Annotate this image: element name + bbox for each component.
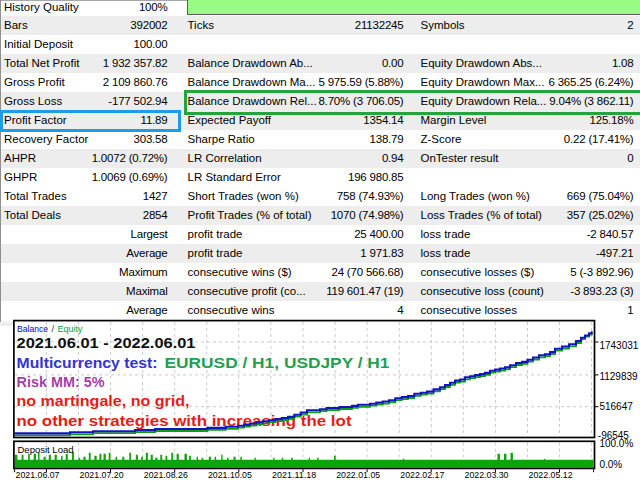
svg-text:1129839: 1129839 [599,371,638,382]
svg-text:Deposit Load: Deposit Load [18,444,74,455]
svg-text:Multicurrency test:: Multicurrency test: [17,354,158,371]
svg-text:2021.10.05: 2021.10.05 [208,469,252,480]
svg-text:2021.06.01 - 2022.06.01: 2021.06.01 - 2022.06.01 [17,334,196,351]
svg-text:2022.02.17: 2022.02.17 [400,469,444,480]
svg-text:2022.03.30: 2022.03.30 [465,469,510,480]
svg-text:EURUSD / H1, USDJPY / H1: EURUSD / H1, USDJPY / H1 [165,354,390,371]
svg-text:Risk MM: 5%: Risk MM: 5% [17,373,105,390]
svg-text:0.0%: 0.0% [599,459,622,470]
svg-text:/: / [52,323,55,334]
svg-text:2021.07.20: 2021.07.20 [80,469,125,480]
svg-text:2022.05.12: 2022.05.12 [529,469,573,480]
svg-text:2021.11.18: 2021.11.18 [272,469,316,480]
svg-text:2022.01.05: 2022.01.05 [336,469,380,480]
svg-text:1743031: 1743031 [599,340,638,351]
svg-text:516647: 516647 [599,401,633,412]
svg-text:no martingale, no grid,: no martingale, no grid, [17,392,190,409]
svg-text:2021.06.07: 2021.06.07 [16,469,60,480]
svg-text:2021.08.26: 2021.08.26 [144,469,188,480]
svg-text:Balance: Balance [17,323,48,334]
svg-text:100.0%: 100.0% [599,438,633,449]
svg-text:Equity: Equity [58,323,83,334]
